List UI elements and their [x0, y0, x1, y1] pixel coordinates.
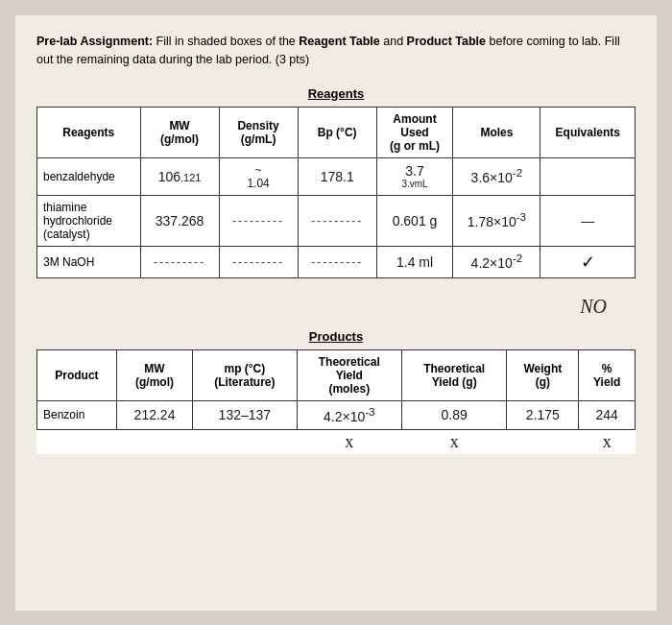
reagent-amount-naoh: 1.4 ml [376, 246, 453, 277]
product-pct-benzoin: 244 [579, 400, 636, 430]
products-title: Products [36, 329, 636, 344]
x-mark-1: x [297, 430, 401, 455]
product-thy-g-benzoin: 0.89 [402, 400, 507, 430]
reagents-col-equiv: Equivalents [540, 107, 636, 157]
reagents-section: Reagents Reagents MW(g/mol) Density(g/mL… [36, 86, 636, 318]
reagents-col-amount: AmountUsed(g or mL) [376, 107, 453, 157]
reagents-col-bp: Bp (°C) [298, 107, 376, 157]
reagent-row-thiamine: thiaminehydrochloride(catalyst) 337.268 … [37, 195, 636, 246]
products-col-thy-moles: TheoreticalYield(moles) [297, 349, 401, 400]
intro-bold2: Product Table [407, 35, 486, 48]
reagent-mw-naoh: --------- [140, 246, 219, 277]
reagent-amount-thiamine: 0.601 g [376, 195, 453, 246]
product-mp-benzoin: 132–137 [193, 400, 297, 430]
x-marks-row: x x x [37, 430, 636, 455]
reagent-density-benzaldehyde: ~1.04 [219, 157, 298, 195]
intro-text2: and [380, 35, 407, 48]
reagent-mw-benzaldehyde: 106.121 [140, 157, 219, 195]
reagent-name-benzaldehyde: benzaldehyde [37, 157, 141, 195]
reagent-density-thiamine: --------- [219, 195, 298, 246]
x-mark-2: x [402, 430, 507, 455]
product-name-benzoin: Benzoin [37, 400, 117, 430]
reagent-row-benzaldehyde: benzaldehyde 106.121 ~1.04 178.1 3.73.vm… [37, 157, 636, 195]
reagent-moles-thiamine: 1.78×10-3 [453, 195, 540, 246]
products-col-thy-g: TheoreticalYield (g) [402, 349, 507, 400]
products-col-mp: mp (°C)(Literature) [193, 349, 297, 400]
reagent-density-naoh: --------- [219, 246, 298, 277]
reagent-mw-thiamine: 337.268 [140, 195, 219, 246]
reagent-bp-naoh: --------- [298, 246, 376, 277]
intro-text1: Fill in shaded boxes of the [153, 35, 299, 48]
no-annotation: NO [36, 296, 636, 318]
products-section: Products Product MW(g/mol) mp (°C)(Liter… [36, 329, 636, 455]
product-row-benzoin: Benzoin 212.24 132–137 4.2×10-3 0.89 2.1… [37, 400, 636, 430]
products-table: Product MW(g/mol) mp (°C)(Literature) Th… [36, 349, 636, 455]
reagent-bp-benzaldehyde: 178.1 [298, 157, 376, 195]
intro-label: Pre-lab Assignment: [36, 35, 153, 48]
products-col-weight: Weight(g) [507, 349, 579, 400]
reagents-col-name: Reagents [37, 107, 141, 157]
product-thy-moles-benzoin: 4.2×10-3 [297, 400, 401, 430]
x-mark-3: x [579, 430, 636, 455]
reagent-bp-thiamine: --------- [298, 195, 376, 246]
x-mark-blank2 [116, 430, 192, 455]
products-col-pct: %Yield [579, 349, 636, 400]
product-weight-benzoin: 2.175 [507, 400, 579, 430]
intro-bold1: Reagent Table [299, 35, 380, 48]
x-mark-blank1 [37, 430, 117, 455]
reagent-amount-benzaldehyde: 3.73.vmL [376, 157, 453, 195]
product-mw-benzoin: 212.24 [116, 400, 192, 430]
reagents-title: Reagents [36, 86, 636, 101]
page: Pre-lab Assignment: Fill in shaded boxes… [15, 15, 657, 611]
reagents-col-moles: Moles [453, 107, 540, 157]
products-col-name: Product [37, 349, 117, 400]
reagent-row-naoh: 3M NaOH --------- --------- --------- 1.… [37, 246, 636, 277]
reagent-name-naoh: 3M NaOH [37, 246, 141, 277]
x-mark-blank4 [507, 430, 579, 455]
reagents-col-mw: MW(g/mol) [140, 107, 219, 157]
reagent-name-thiamine: thiaminehydrochloride(catalyst) [37, 195, 141, 246]
intro-text: Pre-lab Assignment: Fill in shaded boxes… [36, 33, 636, 69]
products-col-mw: MW(g/mol) [116, 349, 192, 400]
reagent-equiv-naoh: ✓ [540, 246, 636, 277]
reagent-equiv-thiamine: — [540, 195, 636, 246]
reagent-moles-benzaldehyde: 3.6×10-2 [453, 157, 540, 195]
x-mark-blank3 [193, 430, 297, 455]
reagents-col-density: Density(g/mL) [219, 107, 298, 157]
reagent-moles-naoh: 4.2×10-2 [453, 246, 540, 277]
reagent-equiv-benzaldehyde [540, 157, 636, 195]
reagents-table: Reagents MW(g/mol) Density(g/mL) Bp (°C)… [36, 107, 636, 278]
